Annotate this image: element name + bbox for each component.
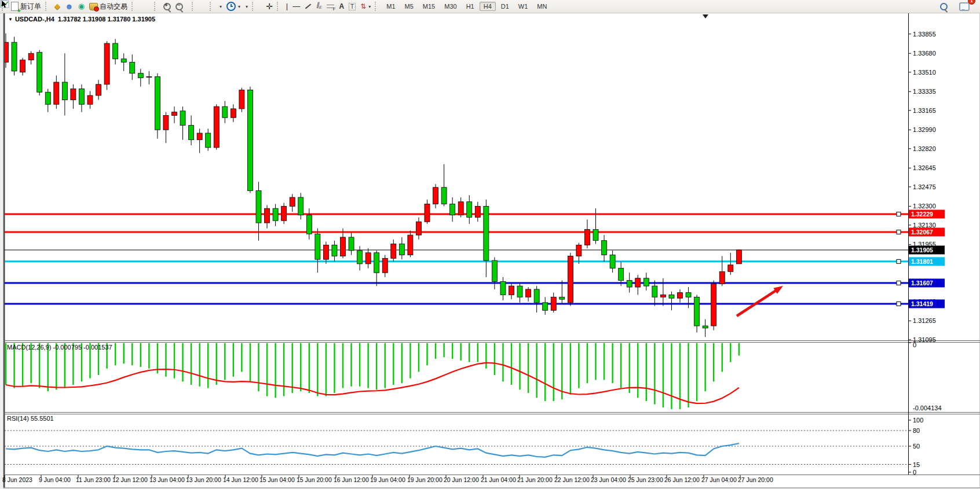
candle-body [593,230,598,241]
date-axis-label: 25 Jun 23:00 [628,476,663,483]
candle-body [256,191,261,223]
candle-body [197,133,202,139]
price-axis-label: 1.33680 [913,50,936,57]
candle-body [627,281,632,287]
candle-body [399,244,404,255]
candle-body [678,293,683,299]
candle-body [214,106,219,148]
new-order-button[interactable]: 新订单 [9,0,43,13]
arrows-tool[interactable]: ⇅▾ [358,0,373,13]
new-chart-button[interactable]: + ▾ [217,0,224,13]
mt4-window: { "toolbar": { "new_order_label": "新订单",… [0,0,980,489]
candle-body [509,286,514,295]
candle-body [206,133,211,148]
horizontal-line-tool[interactable]: — [290,0,302,13]
candle-body [560,297,565,299]
signals-button[interactable]: ◉ [76,0,87,13]
price-axis-label: 1.33165 [913,107,936,114]
date-axis-label: 21 Jun 20:00 [517,476,553,483]
line-handle[interactable] [897,281,901,285]
candle-body [450,204,455,215]
candle-body [281,206,287,220]
candle-body [163,115,169,130]
timeframe-m15[interactable]: M15 [419,2,439,11]
chart-canvas[interactable]: 1.338551.336801.335101.333351.331651.329… [0,0,980,489]
date-axis-label: 15 Jun 04:00 [259,476,295,483]
candle-body [500,282,506,295]
timeframe-h1[interactable]: H1 [462,2,478,11]
text-label-tool[interactable]: T [346,0,358,13]
fibonacci-icon [327,3,334,10]
line-handle[interactable] [897,230,901,234]
text-tool[interactable]: A [337,0,346,13]
toolbar-grip [210,2,214,11]
timeframe-w1[interactable]: W1 [514,2,532,11]
line-handle[interactable] [897,259,901,263]
date-axis-label: 15 Jun 20:00 [297,476,332,483]
candle-body [475,206,480,217]
candle-body [45,92,50,104]
bar-chart-button[interactable] [138,0,143,13]
chart-shift-button[interactable] [203,0,208,13]
periods-button[interactable]: ▾ [224,0,243,13]
auto-scroll-button[interactable] [199,0,203,13]
zoom-out-button[interactable] [173,0,185,13]
chevron-down-icon: ▾ [368,4,371,9]
channel-tool[interactable]: ∥E [314,0,324,13]
autotrade-button[interactable]: 自动交易 [87,0,130,13]
candle-body [526,289,531,297]
candle-body [155,76,160,130]
vertical-line-tool[interactable]: | [284,0,290,13]
candle-body [686,293,691,297]
date-axis-label: 27 Jun 20:00 [738,476,773,483]
price-axis-label: 1.32130 [913,222,936,229]
price-axis-label: 1.32300 [913,203,936,209]
toolbar-grip [277,2,281,11]
date-axis-label: 19 Jun 04:00 [370,476,405,483]
line-handle[interactable] [897,212,901,216]
candle-body [121,59,126,62]
candle-body [349,237,354,251]
deposit-button[interactable]: ◆ [52,0,63,13]
timeframe-group: M1M5M15M30H1H4D1W1MN [382,2,551,10]
cursor-button[interactable] [259,0,264,13]
candle-body [382,258,387,273]
candle-body [711,284,716,326]
line-chart-button[interactable] [148,0,152,13]
trendline-tool[interactable] [302,0,314,13]
candle-body [138,73,143,78]
candlestick-chart-button[interactable] [143,0,148,13]
candle-body [54,82,59,104]
candle-body [104,43,109,84]
crosshair-button[interactable]: ✛ [264,0,275,13]
indicators-button[interactable]: ▾ [243,0,250,13]
date-axis-label: 16 Jun 12:00 [334,476,369,483]
search-button[interactable] [938,0,950,13]
date-axis-label: 13 Jun 20:00 [186,476,221,483]
candle-body [273,208,278,220]
autotrade-label: 自动交易 [100,2,127,12]
gold-icon: ◆ [54,2,60,11]
zoom-in-button[interactable] [161,0,173,13]
timeframe-m30[interactable]: M30 [440,2,460,11]
tile-windows-button[interactable] [185,0,190,13]
timeframe-d1[interactable]: D1 [497,2,513,11]
fibonacci-tool[interactable] [324,0,337,13]
chat-icon [959,2,970,11]
timeframe-m5[interactable]: M5 [401,2,418,11]
timeframe-mn[interactable]: MN [533,2,551,11]
timeframe-m1[interactable]: M1 [382,2,399,11]
candle-body [298,197,303,215]
notifications-button[interactable]: 1 [957,0,972,13]
candle-body [458,202,463,215]
macd-axis-label: -0.004134 [913,405,942,411]
price-axis-label: 1.32820 [913,145,936,152]
candle-body [290,197,295,206]
macd-axis-label: 0 [913,341,916,348]
candle-body [635,278,641,287]
toolbar: 新订单 ◆ ☻ ◉ 自动交易 [0,0,980,13]
horizontal-line-icon: — [292,2,300,11]
line-handle[interactable] [897,302,901,306]
account-button[interactable]: ☻ [63,0,76,13]
timeframe-h4[interactable]: H4 [480,2,496,11]
